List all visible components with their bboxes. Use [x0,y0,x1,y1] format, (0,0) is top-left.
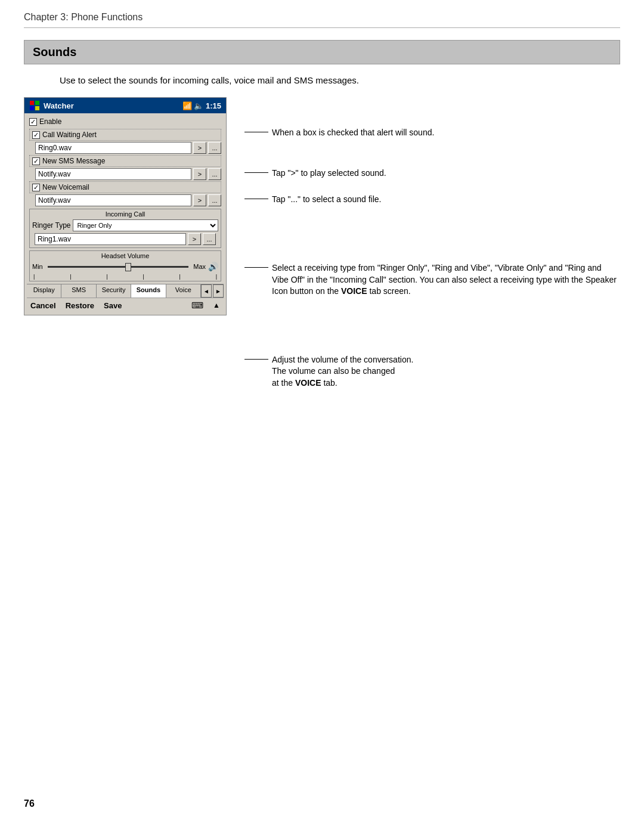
annotation-3: Tap "..." to select a sound file. [244,194,620,212]
ring1-wav-input[interactable]: Ring1.wav [35,233,186,245]
notify1-select-button[interactable]: ... [208,168,221,180]
save-button[interactable]: Save [104,301,122,310]
tabs-bar: Display SMS Security Sounds Voice ◄ ► [27,284,224,298]
cancel-button[interactable]: Cancel [30,301,56,310]
ring1-wav-row: Ring1.wav > ... [35,233,216,245]
call-waiting-row: ✓ Call Waiting Alert [29,129,221,141]
volume-min-label: Min [32,263,43,270]
notify2-select-button[interactable]: ... [208,194,221,206]
phone-body: ✓ Enable ✓ Call Waiting Alert Ring0.wav … [24,113,226,315]
incoming-call-title: Incoming Call [32,210,218,218]
new-sms-label: New SMS Message [42,157,105,165]
ring1-select-button[interactable]: ... [203,233,216,245]
headset-volume-section: Headset Volume Min Max 🔊 | | | | [29,250,221,281]
volume-row: Min Max 🔊 [32,262,218,271]
windows-flag-icon [29,100,40,111]
volume-icon: 🔈 [194,101,203,110]
annotation-line-2 [244,172,268,173]
call-waiting-checkbox[interactable]: ✓ [32,131,40,139]
incoming-call-section: Incoming Call Ringer Type Ringer Only Ri… [29,209,221,248]
ringer-type-select[interactable]: Ringer Only Ring and Vibe Vibrate Only R… [73,219,218,231]
new-voicemail-checkbox[interactable]: ✓ [32,184,40,191]
annotation-text-5: Adjust the volume of the conversation.Th… [268,354,413,389]
ring0-play-button[interactable]: > [193,142,206,154]
annotation-line-5 [244,359,268,360]
new-sms-checkbox[interactable]: ✓ [32,157,40,165]
annotation-5: Adjust the volume of the conversation.Th… [244,354,620,389]
ring1-play-button[interactable]: > [188,233,201,245]
content-area: Watcher 📶 🔈 1:15 ✓ Enable ✓ [24,97,620,389]
tab-nav: ◄ ► [201,284,224,298]
notify-wav-2-row: Notify.wav > ... [35,194,221,206]
tab-display[interactable]: Display [27,284,61,298]
notify-wav-1-input[interactable]: Notify.wav [35,168,191,180]
tab-next-button[interactable]: ► [213,284,224,298]
svg-rect-1 [35,101,39,105]
app-name: Watcher [44,101,74,110]
annotation-line-4 [244,267,268,268]
titlebar-left: Watcher [29,100,74,111]
notify-wav-1-row: Notify.wav > ... [35,168,221,180]
enable-row: ✓ Enable [27,116,224,128]
annotation-text-1: When a box is checked that alert will so… [268,127,434,139]
tab-prev-button[interactable]: ◄ [201,284,212,298]
phone-ui-mockup: Watcher 📶 🔈 1:15 ✓ Enable ✓ [24,97,227,315]
svg-rect-2 [30,106,34,110]
new-voicemail-label: New Voicemail [42,183,89,191]
ringer-type-row: Ringer Type Ringer Only Ring and Vibe Vi… [32,219,218,231]
restore-button[interactable]: Restore [66,301,94,310]
enable-label: Enable [39,117,61,126]
volume-slider-track[interactable] [48,266,188,268]
titlebar-status: 📶 🔈 1:15 [182,101,221,110]
tab-security[interactable]: Security [97,284,131,298]
volume-slider-thumb[interactable] [125,263,131,271]
annotation-1: When a box is checked that alert will so… [244,127,620,145]
call-waiting-label: Call Waiting Alert [42,131,97,139]
svg-rect-3 [35,106,39,110]
tab-sounds[interactable]: Sounds [131,284,166,298]
phone-titlebar: Watcher 📶 🔈 1:15 [24,98,226,113]
signal-icon: 📶 [182,101,192,110]
ring0-select-button[interactable]: ... [208,142,221,154]
notify2-play-button[interactable]: > [193,194,206,206]
section-title: Sounds [24,40,620,64]
chapter-title: Chapter 3: Phone Functions [24,12,620,28]
keyboard-icon[interactable]: ⌨ [191,301,203,310]
annotation-4: Select a receiving type from "Ringer Onl… [244,262,620,298]
headset-volume-title: Headset Volume [32,252,218,259]
new-sms-row: ✓ New SMS Message [29,155,221,167]
tab-voice[interactable]: Voice [166,284,201,298]
page-number: 76 [24,798,35,809]
time-display: 1:15 [206,101,221,110]
svg-rect-0 [30,101,34,105]
ring0-wav-input[interactable]: Ring0.wav [35,142,191,154]
volume-max-label: Max [193,263,206,270]
annotation-line-3 [244,199,268,199]
enable-checkbox[interactable]: ✓ [29,118,37,126]
ring0-wav-row: Ring0.wav > ... [35,142,221,154]
notify-wav-2-input[interactable]: Notify.wav [35,194,191,206]
volume-ticks: | | | | | | [32,274,218,280]
annotation-text-4: Select a receiving type from "Ringer Onl… [268,262,620,298]
annotation-2: Tap ">" to play selected sound. [244,168,620,185]
tab-sms[interactable]: SMS [61,284,96,298]
expand-icon[interactable]: ▲ [213,301,220,309]
intro-text: Use to select the sounds for incoming ca… [60,75,620,85]
speaker-icon: 🔊 [208,262,218,271]
annotation-line-1 [244,132,268,132]
new-voicemail-row: ✓ New Voicemail [29,181,221,193]
bottom-bar: Cancel Restore Save ⌨ ▲ [27,298,224,312]
annotation-text-3: Tap "..." to select a sound file. [268,194,381,206]
notify1-play-button[interactable]: > [193,168,206,180]
ringer-type-label: Ringer Type [32,221,70,230]
annotations-area: When a box is checked that alert will so… [244,97,620,389]
annotation-text-2: Tap ">" to play selected sound. [268,168,386,179]
